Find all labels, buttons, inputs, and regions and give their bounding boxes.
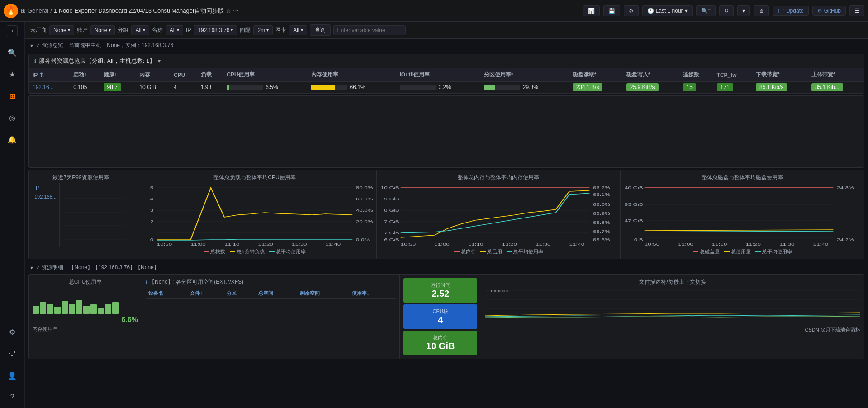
- sidebar-item-explore[interactable]: ◎: [5, 110, 19, 125]
- legend-dot: [755, 251, 761, 252]
- cpu-bar: [90, 304, 97, 314]
- svg-text:65.9%: 65.9%: [593, 211, 610, 215]
- chevron-down-icon: ▾: [177, 28, 179, 33]
- name-select[interactable]: All▾: [166, 25, 183, 35]
- refresh-btn[interactable]: ↻: [719, 5, 734, 16]
- hamburger-btn[interactable]: ☰: [849, 5, 864, 16]
- col-cpu-usage[interactable]: CPU使用率: [223, 68, 307, 82]
- col-ip[interactable]: IP ⇅: [29, 68, 70, 82]
- sidebar-item-search[interactable]: 🔍: [5, 45, 19, 60]
- col-usage-rate[interactable]: 使用率↓: [349, 289, 396, 299]
- query-btn[interactable]: 查询: [310, 24, 331, 36]
- col-device[interactable]: 设备名: [146, 289, 187, 299]
- breadcrumb: ⊞ General / 1 Node Exporter Dashboard 22…: [21, 7, 239, 15]
- svg-text:10:50: 10:50: [401, 242, 416, 246]
- col-mem[interactable]: 内存: [136, 68, 170, 82]
- sidebar-item-settings[interactable]: ⚙: [5, 325, 19, 339]
- svg-text:7 GiB: 7 GiB: [384, 219, 399, 223]
- col-upload[interactable]: 上传带宽*: [808, 68, 864, 82]
- sidebar-item-help[interactable]: ?: [5, 390, 19, 404]
- chart3-svg: 10 GiB 9 GiB 8 GiB 7 GiB 7 GiB 6 GiB 66.…: [380, 183, 617, 247]
- cpu-bar: [76, 300, 82, 314]
- collapse-icon: ▾: [30, 43, 33, 49]
- col-disk-read[interactable]: 磁盘读取*: [569, 68, 623, 82]
- cell-cpu-usage: 6.5%: [223, 82, 307, 93]
- chart1-ip-header: IP: [34, 185, 57, 192]
- col-fs[interactable]: 文件↑: [187, 289, 224, 299]
- col-cpu[interactable]: CPU: [170, 68, 197, 82]
- resource-detail-header[interactable]: ▾ ✓ 资源明细：【None】【192.168.3.76】【None】: [25, 261, 868, 274]
- col-load[interactable]: 负载: [197, 68, 223, 82]
- col-part[interactable]: 分区: [224, 289, 256, 299]
- col-health[interactable]: 健康↑: [100, 68, 136, 82]
- ip-select[interactable]: 192.168.3.76▾: [194, 25, 237, 35]
- col-free[interactable]: 剩余空间: [297, 289, 349, 299]
- cpu-usage-title: 总CPU使用率: [33, 278, 138, 286]
- cell-io-usage: 0.2%: [396, 82, 480, 93]
- stat-cards-panel: 运行时间 2.52 CPU核 4 总内存 10 GiB: [400, 275, 481, 359]
- chart2-legend: 总核数 总5分钟负载 总平均使用率: [137, 248, 373, 255]
- cell-tcp-tw: 171: [713, 82, 752, 93]
- tv-mode-btn[interactable]: 🖥: [754, 5, 769, 16]
- svg-text:3: 3: [150, 208, 153, 212]
- col-connections[interactable]: 连接数: [679, 68, 713, 82]
- sidebar-item-star[interactable]: ★: [5, 67, 19, 81]
- resource-overview-header[interactable]: ▾ ✓ 资源总览：当前选中主机：None，实例：192.168.3.76: [25, 39, 868, 52]
- chevron-down-icon: ▾: [109, 28, 111, 33]
- time-range-picker[interactable]: 🕐 Last 1 hour ▾: [642, 5, 693, 16]
- chart2-svg: 5 4 3 2 1 0 80.0% 60.0% 40.0% 20.0% 0.0%…: [137, 183, 373, 247]
- interval-select[interactable]: 2m▾: [253, 25, 273, 35]
- col-disk-write[interactable]: 磁盘写入*: [623, 68, 679, 82]
- chart-btn[interactable]: 📊: [583, 5, 600, 16]
- legend-dot: [269, 251, 275, 252]
- svg-text:5: 5: [150, 185, 153, 190]
- col-download[interactable]: 下载带宽*: [752, 68, 808, 82]
- svg-text:80.0%: 80.0%: [356, 185, 373, 190]
- refresh-options-btn[interactable]: ▾: [737, 5, 750, 16]
- svg-text:11:30: 11:30: [536, 242, 551, 246]
- col-partition[interactable]: 分区使用率*: [480, 68, 569, 82]
- col-uptime[interactable]: 启动↑: [70, 68, 100, 82]
- svg-text:0.0%: 0.0%: [356, 237, 370, 242]
- save-btn[interactable]: 💾: [603, 5, 620, 16]
- panel-header: ℹ 服务器资源总览表【分组: All，主机总数: 1】 ▾: [29, 54, 864, 68]
- subnet-select[interactable]: All▾: [131, 25, 149, 35]
- legend-total-disk: 总磁盘量: [693, 248, 720, 255]
- svg-text:11:20: 11:20: [258, 242, 273, 246]
- settings-btn[interactable]: ⚙: [624, 5, 639, 16]
- partition-title: 【None】: 各分区可用空间(EXT.*/XFS): [149, 278, 243, 286]
- sidebar-toggle[interactable]: ›: [7, 25, 18, 36]
- col-total[interactable]: 总空间: [256, 289, 297, 299]
- svg-text:65.7%: 65.7%: [593, 229, 610, 233]
- sidebar-item-shield[interactable]: 🛡: [5, 346, 19, 361]
- variable-input[interactable]: [333, 25, 406, 35]
- chart3-area: 10 GiB 9 GiB 8 GiB 7 GiB 7 GiB 6 GiB 66.…: [380, 183, 617, 247]
- col-tcp-tw[interactable]: TCP_tw: [713, 68, 752, 82]
- zoom-out-btn[interactable]: 🔍⁻: [696, 5, 716, 16]
- update-btn[interactable]: ↑ ↑ Update: [773, 6, 809, 16]
- legend-used-mem: 总已用: [480, 248, 502, 255]
- cpu-cores-card: CPU核 4: [403, 304, 477, 329]
- share-btn[interactable]: ⋯: [233, 7, 239, 14]
- col-mem-usage[interactable]: 内存使用率: [308, 68, 396, 82]
- cell-cpu: 4: [170, 82, 197, 93]
- cell-uptime: 0.105: [70, 82, 100, 93]
- nic-select[interactable]: All▾: [289, 25, 307, 35]
- svg-text:10000: 10000: [487, 289, 508, 293]
- chart-panel-cpu-load: 整体总负载与整体平均CPU使用率 5 4 3 2 1: [133, 170, 377, 259]
- cloud-select[interactable]: None▾: [49, 25, 74, 35]
- svg-text:11:00: 11:00: [434, 242, 450, 246]
- github-btn[interactable]: ⚙ GitHub: [812, 6, 846, 16]
- sidebar-item-user[interactable]: 👤: [5, 368, 19, 383]
- svg-text:6 GiB: 6 GiB: [384, 237, 399, 242]
- legend-total-cores: 总核数: [204, 248, 225, 255]
- account-select[interactable]: None▾: [90, 25, 115, 35]
- legend-dot: [454, 251, 460, 252]
- sidebar-item-alerting[interactable]: 🔔: [5, 132, 19, 147]
- legend-dot: [480, 251, 486, 252]
- cpu-usage-value: 6.6%: [33, 316, 138, 324]
- col-io-usage[interactable]: IOutil使用率: [396, 68, 480, 82]
- star-btn[interactable]: ☆: [226, 7, 231, 14]
- sidebar-item-dashboards[interactable]: ⊞: [5, 89, 19, 103]
- legend-dot: [693, 251, 698, 252]
